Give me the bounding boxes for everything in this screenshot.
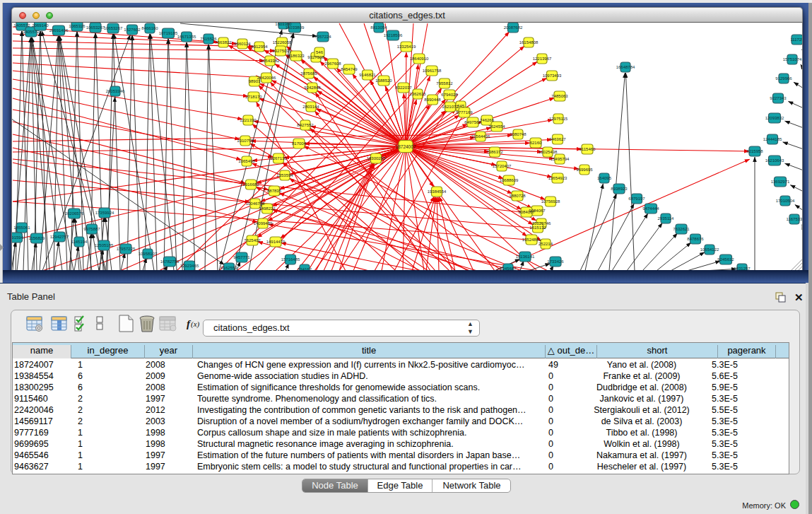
svg-text:545: 545 (457, 104, 465, 108)
svg-text:8466160: 8466160 (141, 26, 158, 30)
svg-text:7955812: 7955812 (436, 81, 453, 86)
svg-text:10025438: 10025438 (539, 150, 558, 154)
svg-text:7485063: 7485063 (551, 94, 568, 98)
svg-text:1405572: 1405572 (13, 23, 30, 28)
svg-text:1221330: 1221330 (240, 118, 257, 122)
svg-text:16648784: 16648784 (616, 65, 635, 69)
svg-text:20206576: 20206576 (65, 211, 84, 216)
svg-text:8322037: 8322037 (395, 86, 412, 90)
svg-text:9777169: 9777169 (456, 110, 473, 115)
svg-text:12213967: 12213967 (533, 57, 552, 61)
svg-text:1405572: 1405572 (23, 30, 40, 34)
svg-text:20087682: 20087682 (504, 25, 523, 30)
svg-text:21564436: 21564436 (471, 134, 490, 139)
svg-text:13692971: 13692971 (771, 180, 790, 184)
svg-text:9463627: 9463627 (549, 137, 566, 141)
svg-text:8215958: 8215958 (746, 149, 763, 153)
svg-text:9245612: 9245612 (717, 257, 734, 262)
svg-text:18300295: 18300295 (367, 156, 386, 160)
svg-text:16210643: 16210643 (765, 158, 784, 163)
svg-text:10688609: 10688609 (500, 178, 519, 182)
svg-text:9227343: 9227343 (770, 96, 787, 100)
svg-text:12505185: 12505185 (95, 243, 114, 247)
svg-text:7625402: 7625402 (244, 238, 261, 243)
svg-text:(x): (x) (191, 320, 200, 329)
svg-text:1615132: 1615132 (529, 226, 546, 230)
svg-text:10653267: 10653267 (86, 25, 105, 30)
svg-text:1080748: 1080748 (510, 132, 526, 136)
svg-text:9115460: 9115460 (579, 147, 596, 151)
svg-text:8813054: 8813054 (370, 25, 387, 30)
svg-text:3267130: 3267130 (270, 156, 287, 160)
svg-text:391594: 391594 (12, 235, 24, 240)
svg-text:16154808: 16154808 (519, 40, 539, 45)
svg-text:1145194: 1145194 (71, 240, 88, 244)
svg-text:1167533: 1167533 (787, 217, 802, 221)
svg-text:1065326: 1065326 (69, 24, 86, 28)
svg-text:6879197: 6879197 (628, 197, 645, 201)
svg-text:17359924: 17359924 (95, 211, 114, 215)
svg-text:17957225: 17957225 (117, 247, 136, 251)
svg-text:1733426: 1733426 (547, 259, 564, 264)
svg-text:1621072: 1621072 (442, 105, 459, 109)
svg-text:9975887: 9975887 (83, 227, 100, 231)
svg-text:10719185: 10719185 (159, 31, 178, 35)
svg-text:20691406: 20691406 (49, 28, 69, 33)
svg-text:1527602: 1527602 (124, 28, 141, 32)
svg-text:10654122: 10654122 (700, 247, 719, 252)
svg-text:9327503: 9327503 (272, 49, 289, 53)
svg-text:8912954: 8912954 (251, 45, 268, 49)
svg-text:16671355: 16671355 (177, 35, 196, 39)
svg-text:13654923: 13654923 (548, 176, 567, 180)
svg-text:1010755: 1010755 (237, 139, 254, 143)
svg-text:15136141: 15136141 (516, 255, 535, 259)
svg-text:164095: 164095 (597, 176, 612, 180)
svg-text:14099489: 14099489 (254, 221, 273, 226)
svg-text:7663822: 7663822 (215, 40, 232, 45)
svg-text:62160: 62160 (530, 141, 542, 145)
svg-text:1855061: 1855061 (13, 226, 30, 230)
svg-text:6794028: 6794028 (441, 93, 458, 97)
svg-text:1156829: 1156829 (29, 236, 46, 240)
svg-text:98903: 98903 (249, 79, 261, 83)
svg-text:546: 546 (316, 50, 324, 54)
svg-text:17010504: 17010504 (776, 199, 795, 203)
svg-text:746266: 746266 (480, 118, 495, 122)
svg-text:2935114: 2935114 (658, 216, 675, 221)
svg-text:10756928: 10756928 (541, 199, 560, 204)
svg-text:18640910: 18640910 (410, 57, 429, 61)
svg-text:2803144: 2803144 (302, 105, 319, 109)
svg-text:19218506: 19218506 (384, 33, 403, 37)
svg-text:15751074: 15751074 (783, 57, 802, 62)
svg-text:8938923: 8938923 (611, 187, 628, 191)
svg-text:2967608: 2967608 (324, 62, 341, 66)
svg-text:19384554: 19384554 (428, 189, 447, 194)
svg-text:9699695: 9699695 (576, 168, 593, 172)
svg-text:1916682: 1916682 (242, 182, 259, 187)
svg-text:15226058: 15226058 (273, 40, 292, 45)
svg-text:10543382: 10543382 (261, 59, 280, 63)
svg-text:1498222: 1498222 (259, 206, 276, 211)
svg-text:7386372: 7386372 (486, 150, 503, 154)
svg-text:9242848: 9242848 (304, 86, 321, 90)
svg-text:8990448: 8990448 (424, 98, 441, 102)
svg-text:2069140: 2069140 (32, 23, 49, 28)
svg-text:8186323: 8186323 (288, 54, 305, 58)
svg-text:10973493: 10973493 (543, 74, 562, 78)
svg-text:15720407: 15720407 (493, 164, 512, 168)
svg-text:8427552: 8427552 (297, 123, 314, 127)
svg-text:13325419: 13325419 (397, 45, 416, 49)
svg-text:111729: 111729 (790, 37, 802, 42)
svg-text:9084067: 9084067 (518, 210, 535, 214)
svg-text:18724007: 18724007 (396, 144, 416, 149)
svg-text:9457771: 9457771 (233, 255, 250, 259)
svg-text:1065498: 1065498 (238, 159, 255, 163)
svg-text:252214: 252214 (539, 242, 553, 246)
svg-text:8478676: 8478676 (687, 237, 704, 241)
svg-text:12923465: 12923465 (180, 264, 199, 268)
svg-text:12975115: 12975115 (549, 117, 568, 121)
svg-text:16033809: 16033809 (286, 25, 305, 30)
svg-text:16782759: 16782759 (160, 259, 180, 264)
svg-text:9660124: 9660124 (234, 42, 251, 46)
svg-text:20053346: 20053346 (106, 89, 125, 93)
